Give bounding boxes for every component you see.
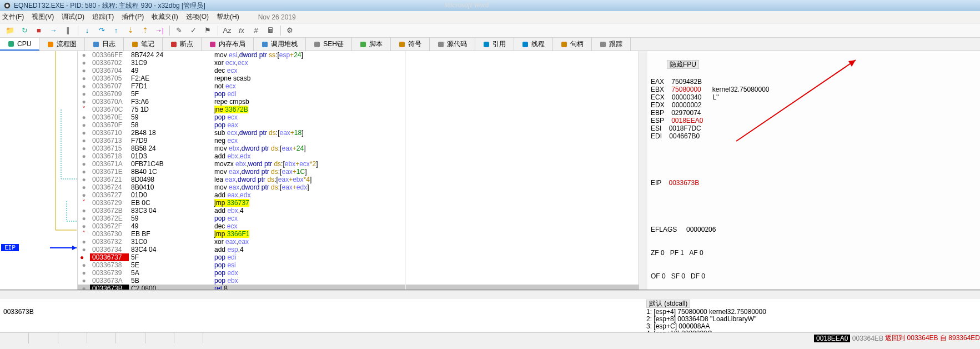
tab-script[interactable]: 脚本 [352, 38, 391, 51]
reg-row[interactable]: EDX 00000002 [651, 101, 977, 109]
tab-stack[interactable]: 调用堆栈 [254, 38, 306, 51]
step-into-icon[interactable]: ↓ [81, 24, 94, 37]
settings-icon[interactable]: ⚙ [283, 24, 296, 37]
open-icon[interactable]: 📁 [3, 24, 17, 37]
disasm-row[interactable]: ●003367095Fpop edi [78, 90, 639, 98]
disasm-row[interactable]: ●003367248B0410mov eax,dword ptr ds:[eax… [78, 183, 639, 191]
disasm-row[interactable]: ●00336713F7D9neg ecx [78, 137, 639, 144]
trace-into-icon[interactable]: ⇣ [124, 24, 137, 37]
disasm-row[interactable]: ●0033673483C4 04add esp,4 [78, 246, 639, 253]
tab-seh[interactable]: SEH链 [306, 38, 352, 51]
step-out-icon[interactable]: ↑ [109, 24, 123, 37]
tab-handle[interactable]: 句柄 [553, 38, 592, 51]
disasm-row[interactable]: ●0033673BC2 0800ret 8 [78, 285, 639, 290]
disasm-row[interactable]: ●0033670E59pop ecx [78, 113, 639, 121]
tab-label: 句柄 [570, 39, 584, 49]
disasm-row[interactable]: ●003367102B48 18sub ecx,dword ptr ds:[ea… [78, 129, 639, 137]
menu-debug[interactable]: 调试(D) [62, 12, 84, 22]
run-to-icon[interactable]: →| [153, 24, 166, 37]
call-convention-label[interactable]: 默认 (stdcall) [646, 300, 690, 308]
tab-mem[interactable]: 内存布局 [202, 38, 254, 51]
address: 0033670F [90, 121, 129, 129]
disasm-row[interactable]: ●0033672701D0add eax,edx [78, 191, 639, 199]
tab-ref[interactable]: 引用 [475, 38, 514, 51]
disasm-row[interactable]: ●003366FE8B7424 24mov esi,dword ptr ss:[… [78, 51, 639, 59]
menu-view[interactable]: 视图(V) [32, 12, 54, 22]
disasm-row[interactable]: ●0033672B83C3 04add ebx,4 [78, 207, 639, 215]
disasm-row[interactable]: ●0033670231C9xor ecx,ecx [78, 59, 639, 67]
menu-options[interactable]: 选项(O) [186, 12, 209, 22]
disasm-row[interactable]: ●0033671A0FB71C4Bmovzx ebx,word ptr ds:[… [78, 160, 639, 168]
tab-thread[interactable]: 线程 [514, 38, 553, 51]
disasm-row[interactable]: ●0033670AF3:A6repe cmpsb [78, 98, 639, 106]
menu-favorites[interactable]: 收藏夹(I) [152, 12, 178, 22]
registers-pane[interactable]: 隐藏FPU EAX 7509482B EBX 75080000 kernel32… [647, 51, 980, 290]
tab-cpu[interactable]: CPU [0, 38, 39, 51]
reg-row[interactable]: ECX 00000340 L'' [651, 93, 977, 101]
step-over-icon[interactable]: ↷ [95, 24, 108, 37]
flags-row: OF 0 SF 0 DF 0 [651, 272, 977, 280]
vertical-scrollbar[interactable] [639, 51, 647, 290]
disassembly-table[interactable]: ●003366FE8B7424 24mov esi,dword ptr ss:[… [78, 51, 639, 290]
disasm-row[interactable]: ●0033672E59pop ecx [78, 215, 639, 222]
tab-log[interactable]: 日志 [85, 38, 124, 51]
disasm-row[interactable]: ●00336707F7D1not ecx [78, 82, 639, 90]
status-addr: 003364EB [850, 335, 885, 342]
stack-arg-row[interactable]: 4: [esp+10] 0000030C [646, 330, 978, 332]
disassembly-view[interactable]: ●003366FE8B7424 24mov esi,dword ptr ss:[… [78, 51, 639, 290]
menu-trace[interactable]: 追踪(T) [92, 12, 114, 22]
tab-flow[interactable]: 流程图 [39, 38, 85, 51]
disasm-row[interactable]: ˅00336729EB 0Cjmp 336737 [78, 199, 639, 207]
func-icon[interactable]: fx [235, 24, 248, 37]
address: 00336737 [90, 253, 129, 261]
disasm-row[interactable]: ●003367385Epop esi [78, 261, 639, 269]
trace-over-icon[interactable]: ⇡ [138, 24, 152, 37]
restart-icon[interactable]: ↻ [18, 24, 31, 37]
stack-args-pane[interactable]: 默认 (stdcall) 1: [esp+4] 75080000 kernel3… [644, 299, 980, 332]
search-icon[interactable]: Az [220, 24, 234, 37]
disasm-row[interactable]: ●00336705F2:AErepne scasb [78, 74, 639, 82]
reg-row[interactable]: ESP 0018EEA0 [651, 117, 977, 124]
hash-icon[interactable]: # [249, 24, 263, 37]
disasm-row[interactable]: ˄00336730EB BFjmp 3366F1 [78, 230, 639, 238]
disasm-row[interactable]: ●0033671801D3add ebx,edx [78, 152, 639, 160]
disasm-row[interactable]: ●0033673231C0xor eax,eax [78, 238, 639, 246]
disasm-row[interactable]: ●0033670F58pop eax [78, 121, 639, 129]
reg-row[interactable]: EBP 02970074 [651, 109, 977, 117]
reg-row[interactable]: EBX 75080000 kernel32.75080000 [651, 86, 977, 93]
disasm-row[interactable]: ●0033671E8B40 1Cmov eax,dword ptr ds:[ea… [78, 168, 639, 176]
disasm-row[interactable]: ●003367395Apop edx [78, 269, 639, 277]
tab-bp[interactable]: 断点 [163, 38, 202, 51]
pause-icon[interactable]: ∥ [61, 24, 74, 37]
disasm-row[interactable]: ●003367375Fpop edi [78, 253, 639, 261]
menu-plugins[interactable]: 插件(P) [122, 12, 144, 22]
info-pane[interactable]: 0033673B [0, 299, 644, 332]
patch-icon[interactable]: ⚑ [201, 24, 214, 37]
disasm-row[interactable]: ●0033672F49dec ecx [78, 222, 639, 230]
reg-row[interactable]: EDI 004667B0 [651, 132, 977, 140]
menu-file[interactable]: 文件(F) [2, 12, 24, 22]
reg-row[interactable]: EAX 7509482B [651, 78, 977, 86]
tab-sym[interactable]: 符号 [391, 38, 430, 51]
horizontal-scrollbar[interactable] [0, 290, 980, 299]
reg-row[interactable]: ESI 0018F7DC [651, 124, 977, 132]
hide-fpu-button[interactable]: 隐藏FPU [667, 60, 699, 69]
svg-rect-3 [48, 42, 53, 47]
disasm-row[interactable]: ●0033670449dec ecx [78, 67, 639, 74]
disasm-row[interactable]: ●003367158B58 24mov ebx,dword ptr ds:[ea… [78, 144, 639, 152]
window-title: EQNEDT32.EXE - PID: 580 - 线程: 主线程 930 - … [14, 1, 205, 11]
menu-help[interactable]: 帮助(H) [217, 12, 239, 22]
tab-note[interactable]: 笔记 [124, 38, 163, 51]
run-icon[interactable]: → [47, 24, 60, 37]
calc-icon[interactable]: 🖩 [264, 24, 277, 37]
edit-icon[interactable]: ✎ [172, 24, 185, 37]
disasm-row[interactable]: ●003367218D0498lea eax,dword ptr ds:[eax… [78, 176, 639, 183]
reg-eip-value[interactable]: 0033673B [669, 179, 699, 187]
tab-trace[interactable]: 跟踪 [592, 38, 631, 51]
comment-icon[interactable]: ✓ [187, 24, 200, 37]
svg-marker-18 [72, 246, 77, 250]
tab-src[interactable]: 源代码 [430, 38, 475, 51]
disasm-row[interactable]: ˅0033670C75 1Djne 33672B [78, 106, 639, 113]
disasm-row[interactable]: ●0033673A5Bpop ebx [78, 277, 639, 285]
stop-icon[interactable]: ■ [32, 24, 46, 37]
